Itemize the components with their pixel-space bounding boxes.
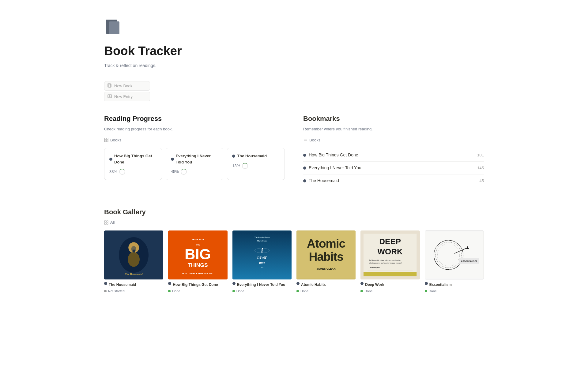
svg-rect-14 [104,223,106,224]
cover-art-5: essentialism [425,231,484,279]
svg-text:bringing science and passion i: bringing science and passion in equal me… [369,262,402,264]
gallery-section: Book Gallery All The [104,207,484,294]
svg-rect-6 [107,138,108,140]
gallery-card-5[interactable]: essentialism Essentialism Done [425,230,484,294]
progress-card-title-1: Everything I Never Told You [171,153,218,165]
svg-text:Cal Newport: Cal Newport [369,267,380,268]
book-cover-0: The Housemaid [104,230,163,279]
gallery-card-1[interactable]: YEAR 2023 THE BIG THINGS HOW DANIEL KAHN… [168,230,227,294]
bookmark-page-2: 45 [480,178,484,184]
gallery-title: Book Gallery [104,207,484,217]
svg-rect-12 [104,221,106,222]
svg-text:JAMES CLEAR: JAMES CLEAR [317,267,336,270]
gallery-card-status-4: Done [360,289,420,294]
status-dot-4 [360,290,363,292]
bookmark-row-0[interactable]: How Big Things Get Done 101 [303,149,484,162]
page-title: Book Tracker [104,42,484,60]
bookmark-dot-2 [303,179,306,182]
book-cover-5: essentialism [425,230,484,279]
gallery-filter-label: All [110,219,115,226]
book-cover-2: 'The Lovely Bones' Marie Claire i never … [232,230,292,279]
svg-text:'Cal Newport is a clear voice : 'Cal Newport is a clear voice in a sea o… [369,260,401,261]
gallery-filter-row: All [104,219,484,226]
bookmark-row-left-2: The Housemaid [303,178,339,184]
svg-text:HOW DANIEL KAHNEMAN AND: HOW DANIEL KAHNEMAN AND [183,272,213,274]
status-dot-2 [232,290,235,292]
progress-spinner-2 [242,163,248,169]
gallery-card-4[interactable]: DEEP WORK 'Cal Newport is a clear voice … [360,230,420,294]
bookmark-page-0: 101 [477,152,484,158]
progress-card-2: The Housemaid 13% [227,148,285,180]
progress-pct-0: 33% [109,169,157,175]
bookmark-title-0: How Big Things Get Done [309,152,358,158]
bookmark-page-1: 145 [477,165,484,171]
bookmark-row-left-1: Everything I Never Told You [303,165,361,171]
gallery-card-status-5: Done [425,289,484,294]
action-buttons: New Book New Entry [104,81,484,101]
gallery-dot-5 [425,282,428,285]
svg-rect-1 [109,21,119,34]
reading-progress-desc: Check reading progress for each book. [104,126,285,132]
book-icon [104,18,123,37]
gallery-dot-1 [168,282,171,285]
svg-rect-3 [109,84,111,87]
bookmark-title-1: Everything I Never Told You [309,165,361,171]
gallery-card-3[interactable]: Atomic Habits JAMES CLEAR Atomic Habits … [296,230,356,294]
cover-art-0: The Housemaid [104,230,163,279]
svg-text:'The Lovely Bones': 'The Lovely Bones' [254,236,270,238]
progress-card-1: Everything I Never Told You 45% [166,148,224,180]
gallery-card-title-3: Atomic Habits [296,282,356,287]
bookmarks-desc: Remember where you finished reading. [303,126,484,132]
bookmarks-list-icon [303,138,307,142]
svg-rect-13 [107,221,108,222]
svg-text:THE: THE [196,244,200,246]
svg-rect-15 [107,223,108,224]
book-cover-1: YEAR 2023 THE BIG THINGS HOW DANIEL KAHN… [168,230,227,279]
bookmarks-section: Bookmarks Remember where you finished re… [303,114,484,192]
book-cover-3: Atomic Habits JAMES CLEAR [296,230,356,279]
reading-filter-row: Books [104,137,285,143]
bookmarks-filter-label: Books [309,137,320,143]
bookmark-row-2[interactable]: The Housemaid 45 [303,174,484,187]
gallery-card-title-1: How Big Things Get Done [168,282,227,287]
svg-text:i: i [261,247,263,254]
svg-text:Atomic: Atomic [307,237,345,250]
grid-icon [104,138,108,142]
svg-rect-5 [104,138,106,140]
svg-text:Marie Claire: Marie Claire [257,240,267,242]
page-container: Book Tracker Track & reflect on readings… [80,0,508,318]
svg-text:Habits: Habits [309,250,343,263]
gallery-dot-2 [232,282,236,285]
status-dot-1 [168,290,171,292]
gallery-card-status-2: Done [232,289,292,294]
svg-rect-7 [104,140,106,142]
new-entry-button[interactable]: New Entry [104,92,150,101]
progress-spinner-1 [181,169,187,175]
reading-filter-label: Books [110,137,121,143]
bookmark-title-2: The Housemaid [309,178,339,184]
bookmarks-filter-row: Books [303,137,484,147]
bookmark-dot-0 [303,154,306,157]
gallery-card-2[interactable]: 'The Lovely Bones' Marie Claire i never … [232,230,292,294]
reading-progress-title: Reading Progress [104,114,285,124]
main-layout: Reading Progress Check reading progress … [104,114,484,192]
svg-text:lies: lies [261,267,263,268]
gallery-card-0[interactable]: The Housemaid The Housemaid Not started [104,230,163,294]
gallery-card-title-0: The Housemaid [104,282,163,287]
bookmark-row-left-0: How Big Things Get Done [303,152,358,158]
svg-text:never: never [257,255,267,259]
svg-text:DEEP: DEEP [379,237,401,246]
status-dot-5 [425,290,427,292]
new-book-button[interactable]: New Book [104,81,150,91]
cover-art-3: Atomic Habits JAMES CLEAR [296,230,356,279]
svg-rect-49 [364,272,417,276]
bookmark-row-1[interactable]: Everything I Never Told You 145 [303,162,484,174]
gallery-grid-icon [104,220,108,225]
status-dot-0 [104,290,107,292]
svg-rect-8 [107,140,108,142]
gallery-card-status-3: Done [296,289,356,294]
progress-card-0: How Big Things Get Done 33% [104,148,162,180]
gallery-dot-3 [296,282,300,285]
progress-card-title-2: The Housemaid [232,153,280,159]
gallery-card-title-4: Deep Work [360,282,420,287]
